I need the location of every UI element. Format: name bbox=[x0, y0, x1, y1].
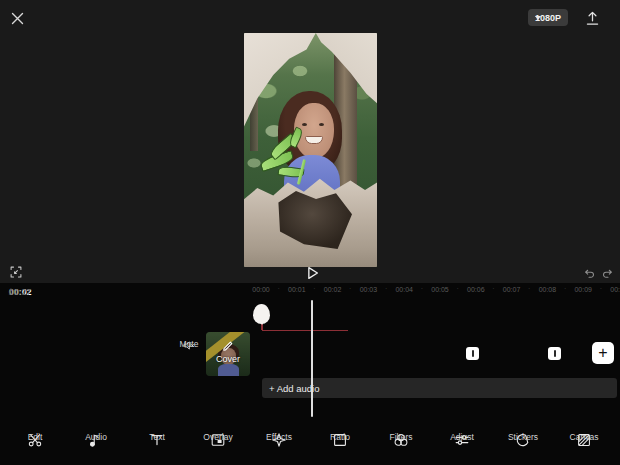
playhead-balloon-marker[interactable] bbox=[253, 304, 270, 324]
overlay-duration-bar bbox=[262, 330, 348, 332]
fullscreen-icon bbox=[9, 265, 23, 279]
ruler-dot: · bbox=[528, 286, 530, 292]
close-icon bbox=[10, 11, 25, 26]
ruler-tick-label: 00:07 bbox=[500, 286, 524, 293]
toolbar-item-label: Ratio bbox=[330, 432, 350, 442]
timeline-ruler[interactable]: 00:00·00:01·00:02·00:03·00:04·00:05·00:0… bbox=[0, 286, 620, 298]
ruler-tick-label: 00:01 bbox=[285, 286, 309, 293]
preview-plant-sticker bbox=[260, 133, 322, 195]
resolution-button[interactable]: 1080P bbox=[528, 9, 568, 26]
ruler-dot: · bbox=[313, 286, 315, 292]
toolbar-item-label: Overlay bbox=[203, 432, 232, 442]
ruler-tick-label: 00:03 bbox=[356, 286, 380, 293]
ruler-tick-label: 00:09 bbox=[571, 286, 595, 293]
add-clip-button[interactable]: + bbox=[592, 342, 614, 364]
play-icon bbox=[303, 264, 321, 282]
playhead-line bbox=[311, 300, 313, 417]
export-button[interactable] bbox=[583, 9, 601, 27]
ruler-dot: · bbox=[421, 286, 423, 292]
toolbar-item-label: Audio bbox=[85, 432, 107, 442]
mute-label: Mute bbox=[180, 339, 199, 349]
close-button[interactable] bbox=[8, 9, 26, 27]
cover-label: Cover bbox=[206, 354, 250, 364]
ruler-tick-label: 00:06 bbox=[464, 286, 488, 293]
ruler-tick-label: 00:04 bbox=[392, 286, 416, 293]
toolbar-item-label: Edit bbox=[28, 432, 43, 442]
ruler-tick-label: 00:02 bbox=[321, 286, 345, 293]
video-clip-strip[interactable] bbox=[262, 335, 617, 375]
ruler-dot: · bbox=[457, 286, 459, 292]
ruler-tick-label: 00:00 bbox=[249, 286, 273, 293]
toolbar-item-label: Stickers bbox=[508, 432, 538, 442]
toolbar-item-label: Filters bbox=[389, 432, 412, 442]
ruler-tick-label: 00:10 bbox=[607, 286, 620, 293]
ruler-tick-label: 00:05 bbox=[428, 286, 452, 293]
toolbar-item-label: Text bbox=[149, 432, 165, 442]
export-icon bbox=[584, 10, 601, 27]
redo-button[interactable] bbox=[600, 266, 615, 281]
ruler-dot: · bbox=[492, 286, 494, 292]
cover-button[interactable]: Cover bbox=[206, 332, 250, 376]
clip-transition-button-1[interactable] bbox=[466, 347, 479, 360]
ruler-dot: · bbox=[564, 286, 566, 292]
video-preview[interactable] bbox=[244, 33, 377, 267]
play-button[interactable] bbox=[302, 263, 322, 283]
add-audio-button[interactable]: + Add audio bbox=[262, 378, 617, 398]
clip-transition-button-2[interactable] bbox=[548, 347, 561, 360]
ruler-dot: · bbox=[385, 286, 387, 292]
editor-top-section: 1080P bbox=[0, 0, 620, 283]
video-editor-app: 1080P bbox=[0, 0, 620, 465]
fullscreen-button[interactable] bbox=[7, 263, 25, 281]
chevron-down-icon bbox=[535, 16, 541, 20]
ruler-dot: · bbox=[278, 286, 280, 292]
ruler-tick-label: 00:08 bbox=[535, 286, 559, 293]
toolbar-item-label: Adjust bbox=[450, 432, 474, 442]
bottom-toolbar: EditAudioTextOverlayEffectsRatioFiltersA… bbox=[0, 423, 620, 465]
edit-pencil-icon bbox=[221, 339, 235, 353]
toolbar-item-label: Canvas bbox=[570, 432, 599, 442]
redo-icon bbox=[601, 267, 614, 280]
toolbar-item-label: Effects bbox=[266, 432, 292, 442]
undo-icon bbox=[583, 267, 596, 280]
ruler-dot: · bbox=[349, 286, 351, 292]
ruler-dot: · bbox=[600, 286, 602, 292]
undo-button[interactable] bbox=[582, 266, 597, 281]
